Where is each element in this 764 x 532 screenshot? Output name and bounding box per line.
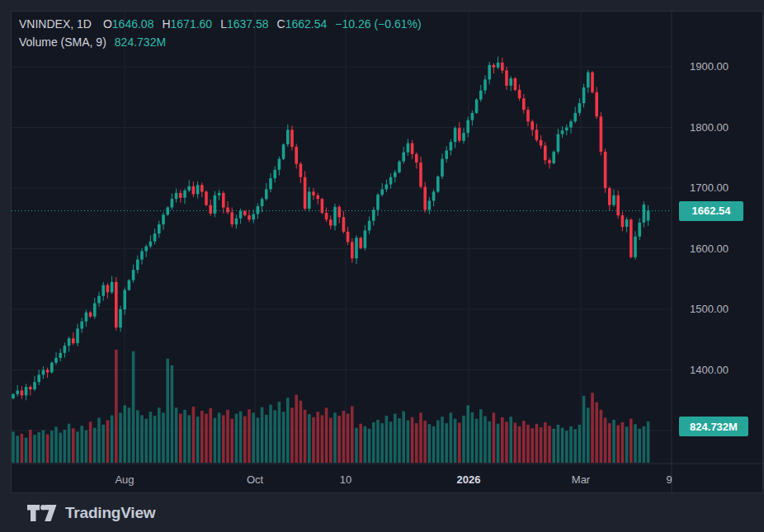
attribution-bar: TradingView [0,493,764,532]
last-price-badge: 1662.54 [679,201,743,221]
chart-pane-frame: VNINDEX, 1D O1646.08 H1671.60 L1637.58 C… [11,11,763,493]
time-axis-label: 9 [666,473,672,485]
legend-row-volume[interactable]: Volume (SMA, 9) 824.732M [19,33,422,51]
time-axis-label: 10 [340,473,351,485]
legend: VNINDEX, 1D O1646.08 H1671.60 L1637.58 C… [19,15,422,51]
indicator-title: Volume (SMA, 9) [19,33,106,51]
time-axis-label: Aug [115,473,134,485]
brand-name: TradingView [65,504,155,522]
tradingview-icon [27,504,57,522]
tradingview-chart-widget: VNINDEX, 1D O1646.08 H1671.60 L1637.58 C… [0,0,764,532]
price-axis-label: 1500.00 [690,303,729,315]
ohlc-open: O1646.08 [103,15,154,33]
change-value: −10.26 (−0.61%) [335,15,421,33]
time-axis-label: Mar [572,473,590,485]
tradingview-logo[interactable]: TradingView [27,504,155,522]
candlestick-chart[interactable] [12,12,764,494]
indicator-value: 824.732M [115,33,166,51]
time-axis[interactable]: AugOct102026Mar9 [12,464,764,494]
price-axis[interactable]: 1900.001800.001700.001600.001500.001400.… [672,12,764,464]
price-axis-label: 1900.00 [690,60,729,73]
symbol-title: VNINDEX, 1D [19,15,92,33]
volume-badge: 824.732M [679,417,748,436]
price-axis-label: 1800.00 [690,121,729,134]
legend-row-symbol[interactable]: VNINDEX, 1D O1646.08 H1671.60 L1637.58 C… [19,15,422,33]
ohlc-low: L1637.58 [220,15,268,33]
ohlc-high: H1671.60 [162,15,212,33]
ohlc-close: C1662.54 [277,15,328,33]
price-axis-label: 1600.00 [690,242,729,255]
price-axis-label: 1400.00 [690,364,729,376]
price-axis-label: 1700.00 [690,181,729,194]
time-axis-label: Oct [247,473,263,485]
time-axis-label: 2026 [457,473,481,485]
